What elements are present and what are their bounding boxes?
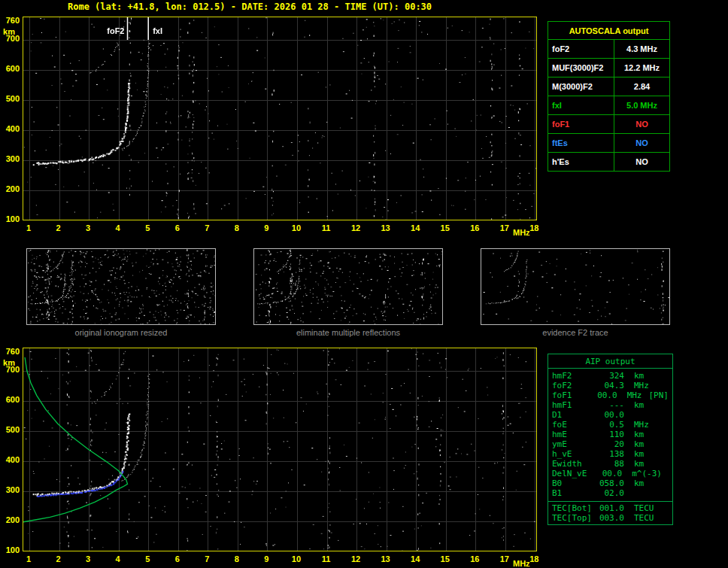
aip-unit: MHz	[634, 420, 649, 430]
y-tick-label: 760	[6, 16, 20, 25]
aip-unit: km	[634, 478, 644, 488]
aip-extra: [PN]	[649, 390, 669, 400]
autoscala-param-value: NO	[614, 153, 670, 172]
x-tick-label: 2	[50, 554, 67, 563]
autoscala-param-label: M(3000)F2	[548, 77, 614, 96]
y-tick-label: 500	[6, 94, 20, 103]
autoscala-row: h'EsNO	[548, 153, 670, 172]
x-tick-label: 6	[169, 223, 186, 232]
thumbnail-caption: evidence F2 trace	[481, 328, 670, 337]
x-tick-label: 6	[169, 554, 186, 563]
x-tick-label: 15	[437, 554, 453, 563]
x-tick-label: 10	[288, 223, 305, 232]
x-tick-label: 7	[199, 554, 215, 563]
autoscala-row: foF1NO	[548, 115, 670, 134]
thumbnail-multiple-reflections	[253, 248, 443, 325]
autoscala-table-body: foF24.3 MHzMUF(3000)F212.2 MHzM(3000)F22…	[548, 40, 670, 172]
x-tick-label: 13	[378, 554, 394, 563]
x-tick-label: 9	[258, 554, 275, 563]
aip-name: hmE	[552, 430, 597, 439]
aip-unit: m^(-3)	[632, 469, 662, 478]
aip-value: 0.5	[597, 420, 624, 430]
y-axis-unit: km	[3, 27, 15, 36]
aip-value: 00.0	[593, 390, 617, 400]
autoscala-param-label: h'Es	[548, 153, 614, 172]
aip-row: foE0.5MHz	[548, 420, 672, 430]
aip-rows: hmF2324kmfoF204.3MHzfoF100.0MHz[PN]hmF1-…	[548, 369, 672, 500]
bottom-ionogram-canvas	[23, 348, 536, 551]
y-tick-label: 200	[6, 184, 20, 193]
aip-name: hmF1	[552, 400, 597, 410]
bottom-ionogram-plot	[23, 348, 537, 551]
autoscala-table-header-row: AUTOSCALA output	[548, 22, 670, 40]
aip-name: foE	[552, 420, 597, 430]
aip-output-panel: AIP output hmF2324kmfoF204.3MHzfoF100.0M…	[548, 354, 673, 525]
thumb-canvas-1	[254, 249, 442, 324]
y-tick-label: 100	[6, 214, 20, 223]
x-tick-label: 4	[110, 223, 126, 232]
bottom-plot-x-axis: 123456789101112131415161718MHz	[23, 553, 557, 566]
autoscala-row: MUF(3000)F212.2 MHz	[548, 59, 670, 77]
autoscala-param-label: foF1	[548, 115, 614, 134]
autoscala-row: M(3000)F22.84	[548, 77, 670, 96]
x-tick-label: 14	[407, 223, 423, 232]
x-tick-label: 8	[229, 223, 245, 232]
aip-name: B0	[552, 478, 597, 488]
aip-tec-rows: TEC[Bot]001.0TECUTEC[Top]003.0TECU	[548, 503, 672, 524]
aip-unit: km	[634, 439, 644, 449]
autoscala-row: ftEsNO	[548, 134, 670, 153]
autoscala-param-value: 2.84	[614, 77, 670, 96]
autoscala-param-value: 12.2 MHz	[614, 59, 670, 77]
autoscala-param-value: 4.3 MHz	[614, 40, 670, 59]
x-tick-label: 1	[20, 554, 37, 563]
x-tick-label: 5	[139, 554, 156, 563]
aip-row: D100.0	[548, 410, 672, 420]
autoscala-param-label: foF2	[548, 40, 614, 59]
x-tick-label: 7	[199, 223, 215, 232]
aip-value: ---	[597, 400, 624, 410]
aip-name: D1	[552, 410, 597, 420]
aip-row: hmF2324km	[548, 371, 672, 381]
aip-row: h_vE138km	[548, 449, 672, 459]
x-tick-label: 16	[466, 554, 483, 563]
y-axis-unit: km	[3, 358, 15, 367]
top-plot-y-axis: 760700600500400300200100km	[2, 17, 21, 220]
x-tick-label: 15	[437, 223, 453, 232]
aip-value: 001.0	[597, 503, 624, 513]
thumbnail-caption: original ionogram resized	[26, 328, 216, 337]
thumbnail-caption: eliminate multiple reflections	[253, 328, 443, 337]
y-tick-label: 200	[6, 515, 20, 524]
x-tick-label: 17	[496, 223, 513, 232]
aip-value: 324	[597, 371, 624, 381]
x-tick-label: 12	[347, 223, 364, 232]
aip-value: 04.3	[597, 381, 624, 390]
x-tick-label: 9	[258, 223, 275, 232]
top-ionogram-plot: foF2fxI	[23, 17, 537, 220]
autoscala-param-label: MUF(3000)F2	[548, 59, 614, 77]
x-tick-label: 3	[80, 554, 96, 563]
x-tick-label: 10	[288, 554, 305, 563]
aip-value: 00.0	[597, 410, 624, 420]
x-axis-unit: MHz	[513, 228, 530, 237]
aip-value: 00.0	[596, 469, 622, 478]
x-axis-unit: MHz	[513, 559, 530, 568]
aip-value: 058.0	[597, 478, 624, 488]
aip-value: 138	[597, 449, 624, 459]
aip-value: 02.0	[597, 488, 624, 498]
thumbnail-original	[26, 248, 216, 325]
aip-unit: TECU	[634, 513, 654, 523]
y-tick-label: 500	[6, 425, 20, 434]
x-tick-label: 17	[496, 554, 513, 563]
fof2-marker-label: foF2	[80, 26, 125, 35]
aip-name: foF2	[552, 381, 597, 390]
x-tick-label: 11	[318, 223, 335, 232]
autoscala-param-value: NO	[614, 115, 670, 134]
y-tick-label: 600	[6, 395, 20, 404]
aip-value: 003.0	[597, 513, 624, 523]
x-tick-label: 1	[20, 223, 37, 232]
x-tick-label: 11	[318, 554, 335, 563]
x-tick-label: 8	[229, 554, 245, 563]
autoscala-param-label: fxI	[548, 96, 614, 115]
y-tick-label: 400	[6, 124, 20, 133]
x-tick-label: 13	[378, 223, 394, 232]
